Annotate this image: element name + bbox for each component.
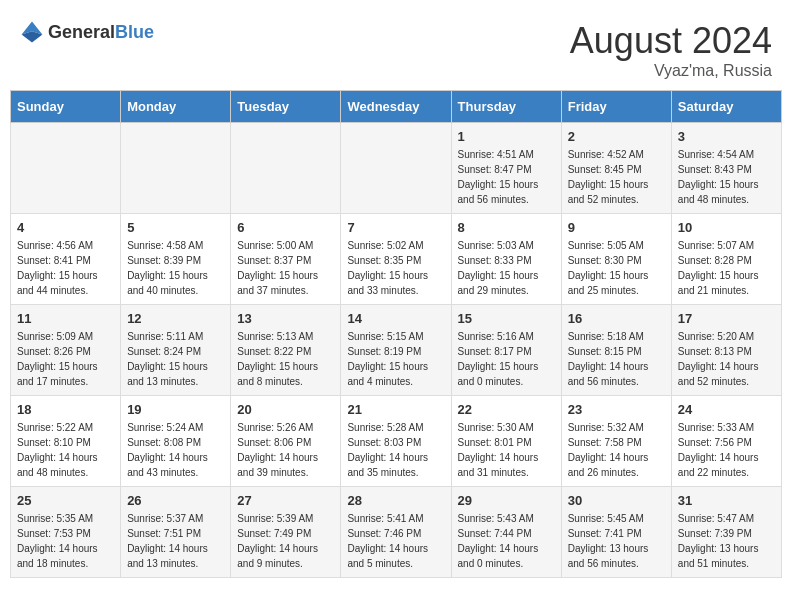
day-info: Sunrise: 5:03 AM Sunset: 8:33 PM Dayligh… bbox=[458, 238, 555, 298]
day-number: 18 bbox=[17, 402, 114, 417]
day-number: 11 bbox=[17, 311, 114, 326]
day-cell bbox=[231, 123, 341, 214]
day-cell: 7Sunrise: 5:02 AM Sunset: 8:35 PM Daylig… bbox=[341, 214, 451, 305]
week-row-0: 1Sunrise: 4:51 AM Sunset: 8:47 PM Daylig… bbox=[11, 123, 782, 214]
day-info: Sunrise: 4:54 AM Sunset: 8:43 PM Dayligh… bbox=[678, 147, 775, 207]
day-cell: 21Sunrise: 5:28 AM Sunset: 8:03 PM Dayli… bbox=[341, 396, 451, 487]
week-row-1: 4Sunrise: 4:56 AM Sunset: 8:41 PM Daylig… bbox=[11, 214, 782, 305]
logo-text-general: General bbox=[48, 22, 115, 42]
day-cell: 28Sunrise: 5:41 AM Sunset: 7:46 PM Dayli… bbox=[341, 487, 451, 578]
day-cell: 18Sunrise: 5:22 AM Sunset: 8:10 PM Dayli… bbox=[11, 396, 121, 487]
day-number: 24 bbox=[678, 402, 775, 417]
day-info: Sunrise: 5:00 AM Sunset: 8:37 PM Dayligh… bbox=[237, 238, 334, 298]
day-info: Sunrise: 5:32 AM Sunset: 7:58 PM Dayligh… bbox=[568, 420, 665, 480]
day-number: 17 bbox=[678, 311, 775, 326]
day-number: 19 bbox=[127, 402, 224, 417]
day-cell: 14Sunrise: 5:15 AM Sunset: 8:19 PM Dayli… bbox=[341, 305, 451, 396]
day-number: 3 bbox=[678, 129, 775, 144]
day-number: 28 bbox=[347, 493, 444, 508]
day-cell: 23Sunrise: 5:32 AM Sunset: 7:58 PM Dayli… bbox=[561, 396, 671, 487]
day-info: Sunrise: 5:20 AM Sunset: 8:13 PM Dayligh… bbox=[678, 329, 775, 389]
day-info: Sunrise: 5:02 AM Sunset: 8:35 PM Dayligh… bbox=[347, 238, 444, 298]
day-cell: 8Sunrise: 5:03 AM Sunset: 8:33 PM Daylig… bbox=[451, 214, 561, 305]
logo-text-blue: Blue bbox=[115, 22, 154, 42]
day-info: Sunrise: 5:15 AM Sunset: 8:19 PM Dayligh… bbox=[347, 329, 444, 389]
day-number: 5 bbox=[127, 220, 224, 235]
month-year: August 2024 bbox=[570, 20, 772, 62]
day-cell: 20Sunrise: 5:26 AM Sunset: 8:06 PM Dayli… bbox=[231, 396, 341, 487]
day-number: 30 bbox=[568, 493, 665, 508]
day-number: 13 bbox=[237, 311, 334, 326]
day-number: 6 bbox=[237, 220, 334, 235]
header-cell-monday: Monday bbox=[121, 91, 231, 123]
day-info: Sunrise: 5:35 AM Sunset: 7:53 PM Dayligh… bbox=[17, 511, 114, 571]
day-number: 26 bbox=[127, 493, 224, 508]
day-number: 21 bbox=[347, 402, 444, 417]
day-cell: 2Sunrise: 4:52 AM Sunset: 8:45 PM Daylig… bbox=[561, 123, 671, 214]
day-info: Sunrise: 5:09 AM Sunset: 8:26 PM Dayligh… bbox=[17, 329, 114, 389]
day-cell: 16Sunrise: 5:18 AM Sunset: 8:15 PM Dayli… bbox=[561, 305, 671, 396]
day-number: 23 bbox=[568, 402, 665, 417]
calendar-header: SundayMondayTuesdayWednesdayThursdayFrid… bbox=[11, 91, 782, 123]
day-cell: 17Sunrise: 5:20 AM Sunset: 8:13 PM Dayli… bbox=[671, 305, 781, 396]
day-cell: 29Sunrise: 5:43 AM Sunset: 7:44 PM Dayli… bbox=[451, 487, 561, 578]
header-cell-wednesday: Wednesday bbox=[341, 91, 451, 123]
day-number: 8 bbox=[458, 220, 555, 235]
day-cell: 19Sunrise: 5:24 AM Sunset: 8:08 PM Dayli… bbox=[121, 396, 231, 487]
day-cell: 12Sunrise: 5:11 AM Sunset: 8:24 PM Dayli… bbox=[121, 305, 231, 396]
day-cell: 11Sunrise: 5:09 AM Sunset: 8:26 PM Dayli… bbox=[11, 305, 121, 396]
day-info: Sunrise: 4:52 AM Sunset: 8:45 PM Dayligh… bbox=[568, 147, 665, 207]
day-cell: 4Sunrise: 4:56 AM Sunset: 8:41 PM Daylig… bbox=[11, 214, 121, 305]
day-info: Sunrise: 5:45 AM Sunset: 7:41 PM Dayligh… bbox=[568, 511, 665, 571]
day-cell: 15Sunrise: 5:16 AM Sunset: 8:17 PM Dayli… bbox=[451, 305, 561, 396]
day-info: Sunrise: 4:56 AM Sunset: 8:41 PM Dayligh… bbox=[17, 238, 114, 298]
calendar-table: SundayMondayTuesdayWednesdayThursdayFrid… bbox=[10, 90, 782, 578]
day-cell bbox=[121, 123, 231, 214]
day-cell: 3Sunrise: 4:54 AM Sunset: 8:43 PM Daylig… bbox=[671, 123, 781, 214]
day-info: Sunrise: 5:22 AM Sunset: 8:10 PM Dayligh… bbox=[17, 420, 114, 480]
week-row-3: 18Sunrise: 5:22 AM Sunset: 8:10 PM Dayli… bbox=[11, 396, 782, 487]
day-cell: 27Sunrise: 5:39 AM Sunset: 7:49 PM Dayli… bbox=[231, 487, 341, 578]
day-cell: 13Sunrise: 5:13 AM Sunset: 8:22 PM Dayli… bbox=[231, 305, 341, 396]
day-number: 25 bbox=[17, 493, 114, 508]
title-block: August 2024 Vyaz'ma, Russia bbox=[570, 20, 772, 80]
day-info: Sunrise: 5:13 AM Sunset: 8:22 PM Dayligh… bbox=[237, 329, 334, 389]
day-number: 15 bbox=[458, 311, 555, 326]
day-number: 12 bbox=[127, 311, 224, 326]
day-info: Sunrise: 5:33 AM Sunset: 7:56 PM Dayligh… bbox=[678, 420, 775, 480]
day-info: Sunrise: 5:37 AM Sunset: 7:51 PM Dayligh… bbox=[127, 511, 224, 571]
header-cell-tuesday: Tuesday bbox=[231, 91, 341, 123]
day-info: Sunrise: 5:05 AM Sunset: 8:30 PM Dayligh… bbox=[568, 238, 665, 298]
day-info: Sunrise: 4:58 AM Sunset: 8:39 PM Dayligh… bbox=[127, 238, 224, 298]
header-cell-friday: Friday bbox=[561, 91, 671, 123]
day-cell: 6Sunrise: 5:00 AM Sunset: 8:37 PM Daylig… bbox=[231, 214, 341, 305]
day-info: Sunrise: 5:07 AM Sunset: 8:28 PM Dayligh… bbox=[678, 238, 775, 298]
day-number: 9 bbox=[568, 220, 665, 235]
day-info: Sunrise: 4:51 AM Sunset: 8:47 PM Dayligh… bbox=[458, 147, 555, 207]
calendar-body: 1Sunrise: 4:51 AM Sunset: 8:47 PM Daylig… bbox=[11, 123, 782, 578]
day-number: 7 bbox=[347, 220, 444, 235]
day-info: Sunrise: 5:41 AM Sunset: 7:46 PM Dayligh… bbox=[347, 511, 444, 571]
day-info: Sunrise: 5:43 AM Sunset: 7:44 PM Dayligh… bbox=[458, 511, 555, 571]
day-cell: 1Sunrise: 4:51 AM Sunset: 8:47 PM Daylig… bbox=[451, 123, 561, 214]
day-info: Sunrise: 5:47 AM Sunset: 7:39 PM Dayligh… bbox=[678, 511, 775, 571]
header-row: SundayMondayTuesdayWednesdayThursdayFrid… bbox=[11, 91, 782, 123]
header-cell-saturday: Saturday bbox=[671, 91, 781, 123]
day-cell bbox=[341, 123, 451, 214]
day-number: 20 bbox=[237, 402, 334, 417]
week-row-4: 25Sunrise: 5:35 AM Sunset: 7:53 PM Dayli… bbox=[11, 487, 782, 578]
day-info: Sunrise: 5:30 AM Sunset: 8:01 PM Dayligh… bbox=[458, 420, 555, 480]
page-header: GeneralBlue August 2024 Vyaz'ma, Russia bbox=[10, 10, 782, 85]
day-cell: 10Sunrise: 5:07 AM Sunset: 8:28 PM Dayli… bbox=[671, 214, 781, 305]
week-row-2: 11Sunrise: 5:09 AM Sunset: 8:26 PM Dayli… bbox=[11, 305, 782, 396]
day-info: Sunrise: 5:28 AM Sunset: 8:03 PM Dayligh… bbox=[347, 420, 444, 480]
day-info: Sunrise: 5:18 AM Sunset: 8:15 PM Dayligh… bbox=[568, 329, 665, 389]
day-cell: 26Sunrise: 5:37 AM Sunset: 7:51 PM Dayli… bbox=[121, 487, 231, 578]
day-number: 27 bbox=[237, 493, 334, 508]
day-number: 14 bbox=[347, 311, 444, 326]
day-number: 31 bbox=[678, 493, 775, 508]
day-cell: 24Sunrise: 5:33 AM Sunset: 7:56 PM Dayli… bbox=[671, 396, 781, 487]
day-number: 29 bbox=[458, 493, 555, 508]
day-info: Sunrise: 5:24 AM Sunset: 8:08 PM Dayligh… bbox=[127, 420, 224, 480]
day-cell: 22Sunrise: 5:30 AM Sunset: 8:01 PM Dayli… bbox=[451, 396, 561, 487]
